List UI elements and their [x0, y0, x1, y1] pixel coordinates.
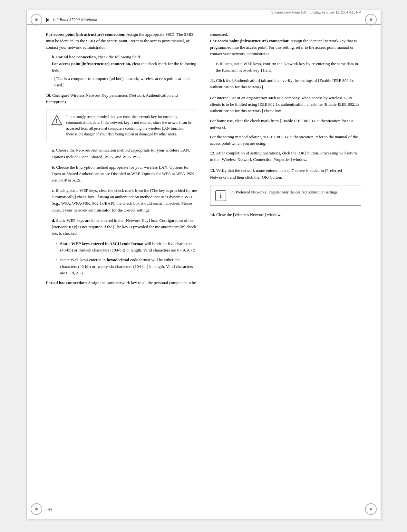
page-number: 100 [46, 507, 52, 512]
page: S Series.book Page 100 Thursday, Februar… [26, 10, 381, 519]
item-b2: b. Choose the Encryption method appropri… [52, 164, 197, 183]
book-ref: S Series.book Page 100 Thursday, Februar… [27, 10, 381, 14]
svg-text:!: ! [55, 118, 57, 124]
info-text: In [Preferred Networks], register only t… [230, 189, 338, 195]
info-icon: i [215, 190, 227, 202]
item-b-adhoc: b. For ad hoc connection, check the foll… [52, 54, 197, 88]
connected-infra: connected. For access point (infrastruct… [210, 31, 361, 57]
item-11-p3: For the setting method relating to IEEE … [210, 134, 361, 147]
right-column: connected. For access point (infrastruct… [210, 31, 361, 290]
header-arrow-icon [46, 18, 49, 22]
warning-text: It is strongly recommended that you ente… [66, 114, 192, 137]
item-e: e. If using static WEP keys, confirm the… [216, 61, 361, 74]
corner-br [365, 503, 377, 515]
corner-bl [31, 503, 42, 515]
item-11-p2: For home use, clear the check mark from … [210, 118, 361, 131]
bullet-hex: Static WEP keys entered in hexadecimal c… [56, 257, 197, 276]
item-c: c. If using static WEP keys, clear the c… [52, 187, 197, 213]
item-11-p1: For internal use at an organization such… [210, 95, 361, 114]
warning-icon: ! [51, 114, 63, 126]
header-bar: LifeBook S7000 Notebook [27, 14, 381, 25]
bullet-ascii: Static WEP keys entered in ASCII code fo… [56, 241, 197, 253]
item-d: d. Static WEP keys are to be entered in … [52, 217, 197, 237]
corner-tl [31, 14, 42, 25]
header-title: LifeBook S7000 Notebook [53, 17, 97, 22]
corner-tr [365, 14, 377, 25]
left-column: For access point (infrastructure) connec… [46, 31, 197, 290]
item-13: 13. Verify that the network name entered… [210, 167, 361, 180]
item-10: 10. Configure Wireless Network Key param… [46, 92, 197, 105]
item-14: 14. Close the [Wireless Network] window. [210, 212, 361, 218]
item-12: 12. After completion of setting operatio… [210, 150, 361, 163]
svg-text:i: i [220, 192, 221, 199]
item-a: a. Choose the Network Authentication met… [52, 147, 197, 160]
content-area: For access point (infrastructure) connec… [27, 25, 381, 303]
bracket-note: [This is a computer-to-computer (ad hoc)… [54, 75, 197, 88]
infra-ssid-para: For access point (infrastructure) connec… [46, 31, 197, 51]
item-11: 11. Click the [Authentication] tab and t… [210, 77, 361, 90]
warning-box: ! It is strongly recommended that you en… [46, 110, 197, 141]
adhoc-connection-note: For ad hoc connection: Assign the same n… [46, 280, 197, 286]
info-box: i In [Preferred Networks], register only… [210, 185, 361, 206]
